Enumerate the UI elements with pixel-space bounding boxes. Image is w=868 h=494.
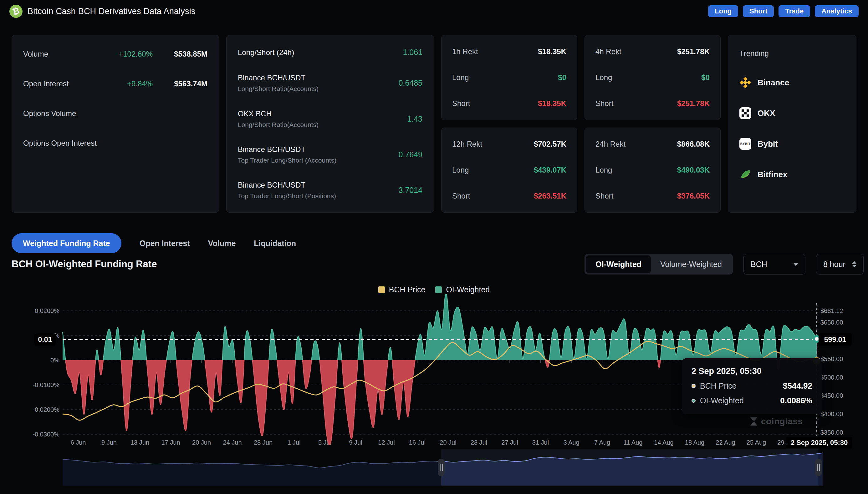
- trade-button[interactable]: Trade: [778, 5, 810, 17]
- svg-text:17 Jun: 17 Jun: [161, 439, 180, 446]
- spinner-updown-icon: [852, 261, 856, 267]
- page-header: ₿ Bitcoin Cash BCH Derivatives Data Anal…: [10, 4, 858, 19]
- tab-open-interest[interactable]: Open Interest: [140, 239, 190, 248]
- coinglass-watermark: coinglass: [750, 416, 803, 426]
- open-interest-change: +9.84%: [127, 79, 153, 88]
- volume-row: Volume +102.60% $538.85M: [23, 50, 207, 58]
- options-open-interest-label: Options Open Interest: [23, 139, 97, 148]
- price-dot-icon: [691, 384, 696, 388]
- svg-text:$500.00: $500.00: [820, 374, 843, 381]
- svg-text:18 Aug: 18 Aug: [685, 439, 704, 446]
- svg-text:24 Jun: 24 Jun: [223, 439, 242, 446]
- long-button[interactable]: Long: [708, 5, 738, 17]
- chart-tabs: Weighted Funding Rate Open Interest Volu…: [12, 233, 296, 253]
- svg-text:1 Jul: 1 Jul: [287, 439, 300, 446]
- bybit-icon: BYBIT: [739, 138, 751, 150]
- ls-24h-label: Long/Short (24h): [238, 48, 294, 57]
- stats-row: Volume +102.60% $538.85M Open Interest +…: [12, 35, 856, 213]
- svg-text:-0.0200%: -0.0200%: [33, 406, 59, 413]
- oi-weighted-swatch: [435, 286, 442, 293]
- toggle-oi-weighted[interactable]: OI-Weighted: [586, 255, 651, 273]
- volume-label: Volume: [23, 50, 48, 58]
- svg-text:13 Jun: 13 Jun: [130, 439, 149, 446]
- chart-title: BCH OI-Weighted Funding Rate: [12, 259, 157, 270]
- tooltip-date: 2 Sep 2025, 05:30: [691, 366, 812, 376]
- price-current-badge: 599.01: [818, 333, 852, 346]
- binance-top-trader-positions-row: Binance BCH/USDT Top Trader Long/Short (…: [238, 181, 422, 200]
- okx-ls-accounts-value: 1.43: [407, 114, 422, 124]
- tooltip-row-price: BCH Price $544.92: [691, 381, 812, 391]
- navigator-handle-right[interactable]: [815, 459, 822, 476]
- binance-ls-accounts-value: 0.6485: [399, 78, 422, 88]
- svg-text:31 Jul: 31 Jul: [532, 439, 549, 446]
- svg-text:16 Jul: 16 Jul: [409, 439, 426, 446]
- open-interest-label: Open Interest: [23, 79, 69, 88]
- svg-text:9 Jul: 9 Jul: [349, 439, 362, 446]
- svg-text:23 Jul: 23 Jul: [470, 439, 487, 446]
- legend-bch-price[interactable]: BCH Price: [378, 285, 426, 294]
- open-interest-row: Open Interest +9.84% $563.74M: [23, 79, 207, 88]
- volume-value: $538.85M: [153, 50, 207, 58]
- okx-ls-accounts-row: OKX BCH Long/Short Ratio(Accounts) 1.43: [238, 110, 422, 129]
- svg-text:28 Jun: 28 Jun: [254, 439, 273, 446]
- coinglass-logo-icon: [750, 417, 758, 426]
- open-interest-value: $563.74M: [153, 79, 207, 88]
- options-volume-row: Options Volume: [23, 109, 207, 118]
- chevron-down-icon: [793, 263, 798, 266]
- analytics-button[interactable]: Analytics: [815, 5, 858, 17]
- svg-text:25 Aug: 25 Aug: [746, 439, 766, 446]
- svg-text:6 Jun: 6 Jun: [71, 439, 86, 446]
- svg-text:27 Jul: 27 Jul: [501, 439, 518, 446]
- bch-price-swatch: [378, 286, 385, 293]
- tab-weighted-funding-rate[interactable]: Weighted Funding Rate: [12, 233, 122, 253]
- svg-text:22 Aug: 22 Aug: [716, 439, 735, 446]
- short-button[interactable]: Short: [743, 5, 774, 17]
- navigator-handle-left[interactable]: [438, 459, 445, 476]
- svg-text:9 Jun: 9 Jun: [101, 439, 117, 446]
- tab-liquidation[interactable]: Liquidation: [254, 239, 296, 248]
- svg-text:-0.0300%: -0.0300%: [33, 431, 59, 438]
- chart-controls: OI-Weighted Volume-Weighted BCH 8 hour: [585, 254, 864, 274]
- svg-text:$681.12: $681.12: [820, 307, 843, 314]
- binance-icon: [739, 77, 751, 89]
- header-actions: Long Short Trade Analytics: [708, 5, 858, 17]
- chart-legend: BCH Price OI-Weighted: [0, 285, 868, 294]
- page-title: Bitcoin Cash BCH Derivatives Data Analys…: [27, 6, 196, 16]
- market-stats-card: Volume +102.60% $538.85M Open Interest +…: [12, 35, 219, 213]
- legend-oi-weighted[interactable]: OI-Weighted: [435, 285, 490, 294]
- svg-text:3 Aug: 3 Aug: [563, 439, 579, 446]
- binance-top-trader-accounts-row: Binance BCH/USDT Top Trader Long/Short (…: [238, 145, 422, 164]
- tab-volume[interactable]: Volume: [208, 239, 236, 248]
- binance-ls-accounts-row: Binance BCH/USDT Long/Short Ratio(Accoun…: [238, 74, 422, 93]
- funding-current-badge: 0.01: [34, 333, 56, 346]
- svg-text:$650.00: $650.00: [820, 319, 843, 326]
- binance-top-trader-accounts-value: 0.7649: [399, 150, 422, 159]
- svg-text:14 Aug: 14 Aug: [654, 439, 673, 446]
- svg-text:7 Aug: 7 Aug: [594, 439, 610, 446]
- rekt-card-24h: 24h Rekt$866.08K Long$490.03K Short$376.…: [585, 128, 721, 213]
- volume-change: +102.60%: [118, 50, 153, 58]
- svg-text:0.0200%: 0.0200%: [35, 307, 59, 314]
- interval-select[interactable]: 8 hour: [816, 254, 864, 274]
- svg-text:$400.00: $400.00: [820, 411, 843, 417]
- svg-text:0%: 0%: [50, 357, 59, 364]
- trending-item-binance[interactable]: Binance: [739, 77, 845, 89]
- okx-icon: [739, 107, 751, 119]
- options-volume-label: Options Volume: [23, 109, 76, 118]
- svg-text:-0.0100%: -0.0100%: [33, 381, 59, 388]
- symbol-select[interactable]: BCH: [743, 254, 806, 274]
- binance-top-trader-positions-value: 3.7014: [399, 186, 422, 195]
- chart-header: BCH OI-Weighted Funding Rate OI-Weighted…: [12, 254, 864, 274]
- navigator-selection[interactable]: [441, 449, 818, 486]
- trending-item-bybit[interactable]: BYBIT Bybit: [739, 138, 845, 150]
- toggle-volume-weighted[interactable]: Volume-Weighted: [651, 255, 731, 273]
- options-open-interest-row: Options Open Interest: [23, 139, 207, 148]
- svg-text:$350.00: $350.00: [820, 429, 843, 436]
- svg-text:12 Jul: 12 Jul: [378, 439, 394, 446]
- trending-item-bitfinex[interactable]: Bitfinex: [739, 169, 845, 180]
- tooltip-row-funding: OI-Weighted 0.0086%: [691, 396, 812, 405]
- ls-24h-row: Long/Short (24h) 1.061: [238, 48, 422, 57]
- svg-text:11 Aug: 11 Aug: [624, 439, 643, 446]
- trending-item-okx[interactable]: OKX: [739, 107, 845, 119]
- bitfinex-icon: [739, 169, 751, 180]
